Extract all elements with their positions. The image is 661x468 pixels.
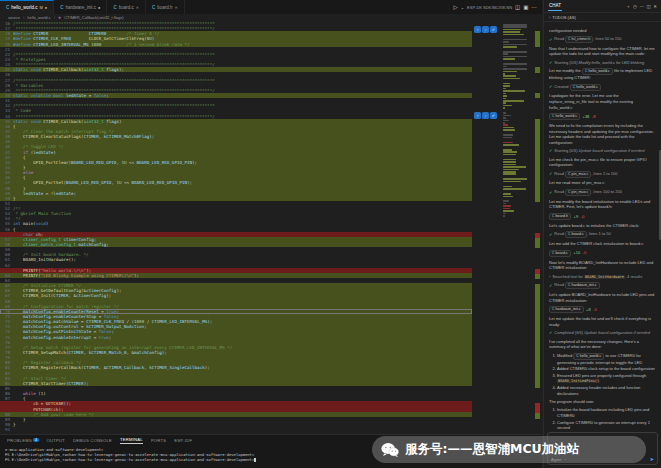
minimap[interactable] xyxy=(502,22,529,432)
file-chip-board.h[interactable]: Cboard.h xyxy=(549,213,571,220)
minimap-line xyxy=(503,169,519,171)
keep-change-button[interactable]: ✓ xyxy=(490,26,497,33)
minimap-line xyxy=(503,98,506,100)
minimap-line xyxy=(503,159,516,161)
tab-board.h[interactable]: Cboard.h✕ xyxy=(146,0,185,14)
run-button[interactable]: ▷ xyxy=(453,4,457,10)
chat-header-icons: ＋ ◷ ⋯ ◫ ✕ xyxy=(626,4,657,9)
watermark-text: 服务号:——恩智浦MCU加油站 xyxy=(405,441,579,458)
diff-stat-row[interactable]: Cboard.c+10-0 xyxy=(549,250,655,257)
chat-paragraph: I apologize for the error. Let me use th… xyxy=(549,93,655,110)
minimap-line xyxy=(503,129,515,131)
tool-call-row[interactable]: ✓Completed (6/6) Update board configurat… xyxy=(549,330,655,336)
todos-label: TODOS (4/6) xyxy=(552,15,576,20)
list-item: Added necessary header includes and func… xyxy=(557,385,655,396)
close-tab-icon[interactable]: ✕ xyxy=(136,5,139,10)
close-tab-icon[interactable]: ✕ xyxy=(175,5,178,10)
panel-tab-ports[interactable]: PORTS xyxy=(151,438,166,444)
list-item: Modified Chello_world.c to use CTIMER0 f… xyxy=(557,353,655,366)
file-chip-hello_world.c[interactable]: Chello_world.c xyxy=(582,68,613,75)
close-icon[interactable]: ✕ xyxy=(653,4,657,9)
history-icon[interactable]: ◷ xyxy=(633,4,637,9)
added-lines-count: +9 xyxy=(574,214,579,220)
file-chip-hello_world.c[interactable]: Chello_world.c xyxy=(570,84,601,91)
prev-change-button[interactable]: ↑ xyxy=(474,112,481,119)
c-file-icon: C xyxy=(60,5,63,10)
panel-tab-terminal[interactable]: TERMINAL xyxy=(120,437,143,444)
tab-chat[interactable]: CHAT xyxy=(548,1,562,11)
tool-call-row[interactable]: ✓Read Cpin_mux.c, lines 1 to 100 xyxy=(549,171,655,178)
diff-stat-row[interactable]: Chardware_init.c+8-0 xyxy=(549,306,655,313)
list-item: Added CTIMER0 clock setup to the board c… xyxy=(557,366,655,372)
chat-numbered-list: Initialize the board hardware including … xyxy=(549,407,655,430)
layout-icon[interactable]: ▣ xyxy=(523,4,528,10)
breadcrumb-symbol[interactable]: CTIMER_Callback(uint32_t flags) xyxy=(64,15,123,20)
minimap-line xyxy=(503,151,517,153)
chat-messages: configuration needed✓Read Cfsl_ctimer.h,… xyxy=(544,23,660,430)
diff-stat-row[interactable]: Chello_world.c+38-8 xyxy=(549,113,655,120)
next-change-button[interactable]: ↓ xyxy=(482,112,489,119)
line-number: 91 xyxy=(0,427,13,432)
more-actions-icon[interactable]: ⋯ xyxy=(532,4,538,10)
send-icon[interactable]: ➤ xyxy=(650,456,654,462)
chat-header: CHAT ＋ ◷ ⋯ ◫ ✕ xyxy=(544,0,661,13)
prev-change-button[interactable]: ↑ xyxy=(474,26,481,33)
new-chat-icon[interactable]: ＋ xyxy=(626,4,631,9)
tab-hello_world.c[interactable]: Chello_world.cM● xyxy=(0,0,54,14)
tool-call-row[interactable]: ✓Created Chello_world.c xyxy=(549,84,655,91)
tool-call-row[interactable]: ✓Starting (6/6) Update board configurati… xyxy=(549,148,655,154)
more-icon[interactable]: ⋯ xyxy=(639,4,644,9)
git-modified-badge: M xyxy=(40,5,43,10)
code-editor[interactable]: 16/*************************************… xyxy=(0,21,542,434)
minimap-line xyxy=(503,161,516,163)
file-chip-pin_mux.c[interactable]: Cpin_mux.c xyxy=(565,189,591,196)
split-editor-icon[interactable]: ◫ xyxy=(515,4,520,10)
file-chip-fsl_ctimer.h[interactable]: Cfsl_ctimer.h xyxy=(565,36,593,43)
open-in-editor-icon[interactable]: ◫ xyxy=(646,4,650,9)
panel-tab-problems[interactable]: PROBLEMS4 xyxy=(7,438,39,444)
panel-tab-label: PORTS xyxy=(151,438,166,443)
file-chip-hello_world.c[interactable]: Chello_world.c xyxy=(549,113,580,120)
tab-label: hardware_init.c xyxy=(66,5,97,10)
symbol-icon: ❖ xyxy=(58,16,61,20)
ruler-added-mark xyxy=(535,93,540,98)
tool-call-row[interactable]: ✓Read Cboard.c, lines 1 to 50 xyxy=(549,231,655,238)
tab-board.c[interactable]: Cboard.c✕ xyxy=(107,0,146,14)
panel-tab-esp-idf[interactable]: ESP-IDF xyxy=(174,438,192,444)
chat-paragraph: Now that I understand how to configure t… xyxy=(549,46,655,57)
run-dropdown-icon[interactable]: ⌄ xyxy=(461,5,464,10)
breadcrumb-folder[interactable]: source xyxy=(8,15,20,20)
minimap-line xyxy=(503,164,516,166)
chat-numbered-list: Modified Chello_world.c to use CTIMER0 f… xyxy=(549,353,655,397)
tool-call-row[interactable]: ✓Read Chardware_init.c xyxy=(549,282,655,289)
breadcrumb-file[interactable]: hello_world.c xyxy=(27,15,50,20)
minimap-line xyxy=(503,41,509,43)
file-chip-pin_mux.c[interactable]: Cpin_mux.c xyxy=(565,171,591,178)
file-chip-board.c[interactable]: Cboard.c xyxy=(565,231,587,238)
panel-tab-debug-console[interactable]: DEBUG CONSOLE xyxy=(73,438,112,444)
file-chip-board.c[interactable]: Cboard.c xyxy=(549,250,571,257)
file-chip-hardware_init.c[interactable]: Chardware_init.c xyxy=(565,282,600,289)
next-change-button[interactable]: ↓ xyxy=(482,26,489,33)
diff-stat-row[interactable]: Cboard.h+9-0 xyxy=(549,213,655,220)
minimap-line xyxy=(503,68,527,70)
minimap-line xyxy=(503,171,516,173)
file-chip-hardware_init.c[interactable]: Chardware_init.c xyxy=(549,306,584,313)
todos-section[interactable]: › TODOS (4/6) xyxy=(544,13,661,22)
minimap-line xyxy=(503,31,520,33)
sdk-selector-label[interactable]: ESP-DK SDK/MCXW-NN xyxy=(467,5,512,10)
check-icon: ✓ xyxy=(549,190,552,196)
tool-call-row[interactable]: ✓Read Cfsl_ctimer.h, lines 50 to 150 xyxy=(549,36,655,43)
deleted-lines-count: -0 xyxy=(593,307,597,313)
tool-call-row[interactable]: ›Searched text for BOARD_InitHardware, 4… xyxy=(549,274,655,280)
tool-call-row[interactable]: ✓Read Cpin_mux.c, lines 100 to 200 xyxy=(549,189,655,196)
minimap-line xyxy=(503,85,510,87)
panel-tab-output[interactable]: OUTPUT xyxy=(47,438,65,444)
keep-change-button[interactable]: ✓ xyxy=(490,112,497,119)
c-file-icon: C xyxy=(552,214,555,219)
file-chip-hello_world.c[interactable]: Chello_world.c xyxy=(573,353,604,360)
c-file-icon: C xyxy=(113,5,116,10)
tool-call-row[interactable]: ✓Starting (5/6) Modify hello_world.c for… xyxy=(549,60,655,66)
tab-hardware_init.c[interactable]: Chardware_init.c● xyxy=(54,0,107,14)
minimap-line xyxy=(503,205,511,207)
